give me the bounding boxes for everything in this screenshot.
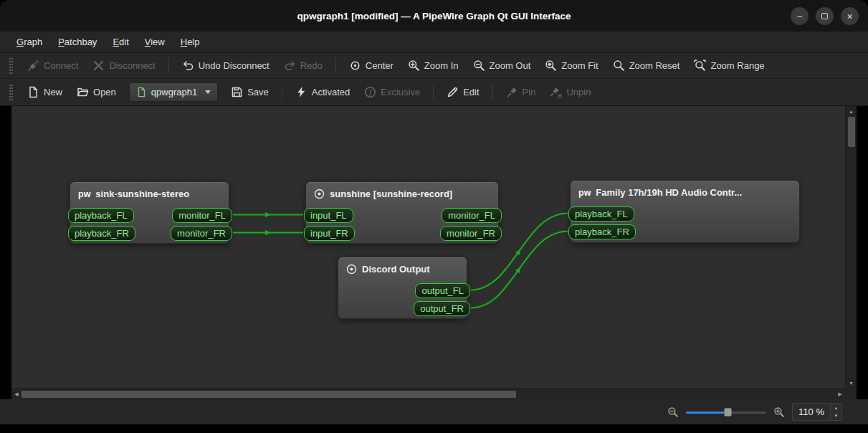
unpin-icon [550, 86, 562, 98]
center-button[interactable]: Center [343, 56, 400, 76]
pin-label: Pin [523, 87, 536, 97]
maximize-button[interactable] [816, 7, 834, 25]
undo-icon [182, 60, 194, 72]
open-label: Open [93, 87, 116, 97]
node-family-hd-audio[interactable]: pw Family 17h/19h HD Audio Contr... play… [570, 180, 800, 243]
patchbay-file-icon [136, 87, 147, 97]
pipewire-icon: pw [78, 189, 90, 199]
disconnect-icon [92, 60, 105, 72]
wire-arrow-icon [265, 230, 271, 235]
zoom-out-icon [667, 406, 679, 418]
zoom-range-label: Zoom Range [710, 60, 764, 71]
status-zoom-in-button[interactable] [773, 406, 785, 418]
unpin-label: Unpin [566, 87, 591, 97]
zoom-reset-label: Zoom Reset [629, 60, 680, 71]
port-input-fl[interactable]: input_FL [304, 208, 353, 223]
toolbar-separator [282, 84, 282, 100]
zoom-spin-up-icon[interactable]: ▲ [831, 404, 841, 412]
port-monitor-fr[interactable]: monitor_FR [440, 226, 502, 241]
activated-bolt-icon [295, 86, 307, 98]
edit-button[interactable]: Edit [440, 82, 485, 103]
center-icon [349, 60, 361, 72]
zoom-in-icon [408, 60, 420, 72]
connect-button[interactable]: Connect [21, 56, 85, 76]
zoom-out-button[interactable]: Zoom Out [467, 56, 538, 76]
exclusive-icon: f [364, 86, 376, 98]
horizontal-scrollbar[interactable]: ◀ ▶ [11, 388, 845, 399]
scroll-down-icon[interactable]: ▼ [846, 378, 857, 388]
undo-disconnect-button[interactable]: Undo Disconnect [176, 56, 276, 76]
node-sink-sunshine-stereo[interactable]: pw sink-sunshine-stereo playback_FL play… [70, 181, 229, 244]
toolbar-grip[interactable] [9, 85, 13, 100]
port-monitor-fl[interactable]: monitor_FL [172, 208, 232, 223]
zoom-fit-button[interactable]: Zoom Fit [538, 56, 604, 76]
port-monitor-fl[interactable]: monitor_FL [442, 208, 502, 223]
open-button[interactable]: Open [70, 82, 123, 103]
title-bar[interactable]: qpwgraph1 [modified] — A PipeWire Graph … [0, 0, 868, 32]
node-discord-output[interactable]: Discord Output output_FL output_FR [338, 257, 467, 319]
disconnect-button[interactable]: Disconnect [86, 56, 161, 76]
scroll-left-icon[interactable]: ◀ [11, 389, 22, 399]
zoom-spinbox[interactable]: 110 % ▲ ▼ [792, 403, 842, 421]
zoom-in-button[interactable]: Zoom In [401, 56, 465, 76]
disconnect-label: Disconnect [109, 60, 155, 71]
zoom-spin-down-icon[interactable]: ▼ [831, 412, 841, 421]
port-output-fl[interactable]: output_FL [415, 283, 470, 298]
port-playback-fl[interactable]: playback_FL [68, 208, 134, 223]
node-title: Family 17h/19h HD Audio Contr... [596, 187, 742, 198]
zoom-range-button[interactable]: Zoom Range [687, 56, 771, 76]
node-sunshine-record[interactable]: sunshine [sunshine-record] input_FL inpu… [305, 181, 499, 244]
save-button[interactable]: Save [224, 82, 275, 103]
zoom-reset-button[interactable]: Zoom Reset [606, 56, 687, 76]
node-title: sunshine [sunshine-record] [330, 189, 452, 199]
zoom-reset-icon [613, 60, 625, 72]
zoom-slider-handle[interactable] [724, 408, 732, 417]
port-input-fr[interactable]: input_FR [304, 226, 355, 241]
activated-button[interactable]: Activated [289, 82, 356, 103]
patchbay-profile-value: qpwgraph1 [151, 87, 197, 97]
menu-view[interactable]: View [137, 34, 173, 50]
pin-icon [506, 86, 518, 98]
status-zoom-out-button[interactable] [667, 406, 679, 418]
menu-patchbay-label: Patchbay [58, 37, 97, 47]
wire-arrow-icon [265, 212, 271, 217]
maximize-icon [821, 13, 828, 19]
redo-label: Redo [300, 60, 323, 71]
menu-help[interactable]: Help [173, 34, 208, 50]
edit-label: Edit [463, 87, 479, 97]
unpin-button[interactable]: Unpin [543, 82, 597, 103]
node-header: pw sink-sunshine-stereo [70, 182, 229, 199]
window-title: qpwgraph1 [modified] — A PipeWire Graph … [297, 11, 571, 22]
new-button[interactable]: New [21, 82, 69, 103]
port-playback-fr[interactable]: playback_FR [568, 224, 636, 239]
patchbay-profile-combo[interactable]: qpwgraph1 [129, 82, 218, 102]
menu-help-label: Help [181, 37, 200, 47]
scroll-right-icon[interactable]: ▶ [835, 389, 845, 399]
menu-graph[interactable]: Graph [9, 34, 50, 50]
zoom-out-label: Zoom Out [490, 60, 531, 71]
graph-canvas[interactable]: pw sink-sunshine-stereo playback_FL play… [11, 106, 845, 388]
minimize-button[interactable]: − [791, 7, 809, 25]
menu-edit[interactable]: Edit [105, 34, 136, 50]
port-output-fr[interactable]: output_FR [414, 301, 470, 316]
port-monitor-fr[interactable]: monitor_FR [171, 226, 232, 241]
stream-icon [314, 189, 325, 199]
edit-pencil-icon [447, 86, 459, 98]
port-playback-fr[interactable]: playback_FR [68, 226, 135, 241]
vertical-scrollbar-handle[interactable] [848, 117, 855, 147]
toolbar-grip[interactable] [9, 58, 13, 74]
horizontal-scrollbar-handle[interactable] [22, 391, 516, 398]
zoom-slider[interactable] [686, 406, 766, 418]
pin-button[interactable]: Pin [500, 82, 543, 103]
scroll-up-icon[interactable]: ▲ [846, 106, 857, 116]
node-header: pw Family 17h/19h HD Audio Contr... [571, 181, 799, 198]
close-button[interactable]: × [841, 7, 859, 25]
chevron-down-icon [205, 90, 211, 94]
port-playback-fl[interactable]: playback_FL [568, 206, 634, 222]
exclusive-button[interactable]: f Exclusive [358, 82, 426, 103]
vertical-scrollbar[interactable]: ▲ ▼ [845, 106, 857, 388]
menu-patchbay[interactable]: Patchbay [50, 34, 105, 50]
redo-button[interactable]: Redo [277, 56, 329, 76]
new-label: New [44, 87, 62, 97]
node-header: Discord Output [338, 257, 467, 275]
